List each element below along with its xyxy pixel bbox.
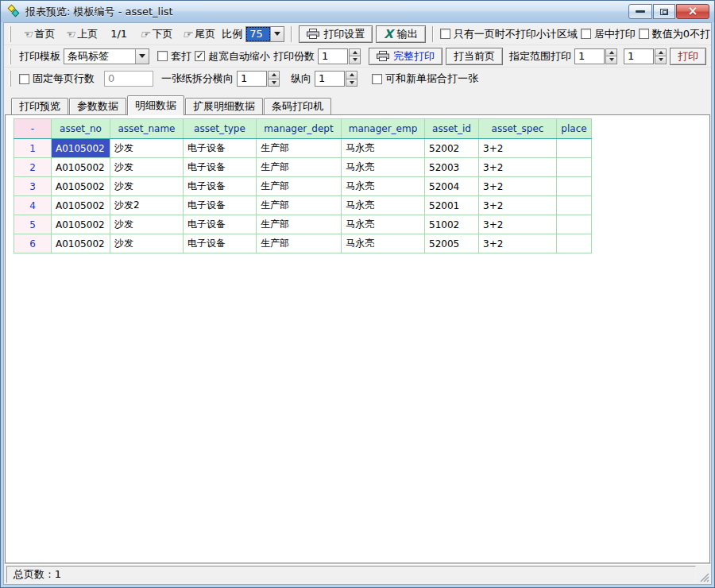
column-header-asset-type[interactable]: asset_type xyxy=(184,119,257,139)
grid-cell[interactable]: 马永亮 xyxy=(342,234,425,253)
split-vertical-value[interactable]: 1 xyxy=(315,71,345,87)
grid-cell[interactable]: 3+2 xyxy=(479,177,557,196)
grid-cell[interactable]: A0105002 xyxy=(52,215,110,234)
grid-cell[interactable]: 3+2 xyxy=(479,234,557,253)
tab-detail-data[interactable]: 明细数据 xyxy=(127,95,184,115)
checkbox-overlay-print[interactable]: 套打 xyxy=(157,49,191,64)
grid-cell[interactable]: A0105002 xyxy=(52,196,110,215)
row-number-cell[interactable]: 2 xyxy=(14,158,52,177)
scale-select[interactable]: 75 xyxy=(245,26,284,42)
grid-cell[interactable]: A0105002 xyxy=(52,177,110,196)
grid-cell[interactable]: 3+2 xyxy=(479,139,557,158)
grid-cell[interactable]: 3+2 xyxy=(479,215,557,234)
template-select[interactable]: 条码标签 xyxy=(64,48,149,64)
grid-cell[interactable]: 电子设备 xyxy=(184,139,257,158)
first-page-button[interactable]: 首页 xyxy=(19,25,59,44)
column-header-manager-emp[interactable]: manager_emp xyxy=(342,119,425,139)
next-page-button[interactable]: 下页 xyxy=(137,25,176,44)
copies-stepper[interactable]: 1 xyxy=(318,48,361,64)
grid-cell[interactable]: 沙发2 xyxy=(110,196,184,215)
toolbar-grip[interactable] xyxy=(9,26,11,42)
grid-cell[interactable]: 电子设备 xyxy=(184,196,257,215)
grid-cell[interactable]: 生产部 xyxy=(257,196,342,215)
tab-barcode-printer[interactable]: 条码打印机 xyxy=(264,98,331,114)
checkbox-box[interactable] xyxy=(19,74,29,84)
grid-cell[interactable] xyxy=(557,234,592,253)
spin-down-icon[interactable] xyxy=(655,56,667,64)
column-header-asset-spec[interactable]: asset_spec xyxy=(479,119,557,139)
spin-up-icon[interactable] xyxy=(346,71,358,79)
grid-cell[interactable] xyxy=(557,196,592,215)
grid-cell-selected[interactable]: A0105002 xyxy=(52,139,110,158)
export-button[interactable]: X 输出 xyxy=(376,25,426,43)
grid-cell[interactable] xyxy=(557,158,592,177)
grid-cell[interactable]: 马永亮 xyxy=(342,215,425,234)
spin-up-icon[interactable] xyxy=(605,48,617,57)
grid-cell[interactable]: 52001 xyxy=(425,196,479,215)
grid-cell[interactable]: 生产部 xyxy=(257,177,342,196)
grid-cell[interactable]: A0105002 xyxy=(52,158,110,177)
checkbox-box[interactable] xyxy=(639,29,649,39)
column-header-asset-name[interactable]: asset_name xyxy=(110,119,184,139)
column-header-manager-dept[interactable]: manager_dept xyxy=(257,119,342,139)
grid-cell[interactable]: 马永亮 xyxy=(342,196,425,215)
grid-cell[interactable]: 51002 xyxy=(425,215,479,234)
spin-down-icon[interactable] xyxy=(605,56,617,64)
full-print-button[interactable]: 完整打印 xyxy=(369,48,443,65)
checkbox-box[interactable] xyxy=(440,29,450,39)
print-button[interactable]: 打印 xyxy=(670,48,706,65)
checkbox-fixed-rows[interactable]: 固定每页行数 xyxy=(19,72,95,86)
checkbox-auto-shrink[interactable]: ✓ 超宽自动缩小 xyxy=(195,49,270,64)
prev-page-button[interactable]: 上页 xyxy=(62,25,102,44)
grid-cell[interactable]: A0105002 xyxy=(52,234,110,253)
table-row[interactable]: 3 A0105002 沙发 电子设备 生产部 马永亮 52004 3+2 xyxy=(14,177,592,196)
spin-down-icon[interactable] xyxy=(349,56,361,64)
toolbar-grip[interactable] xyxy=(9,71,11,87)
close-button[interactable] xyxy=(676,4,709,19)
grid-cell[interactable]: 沙发 xyxy=(110,234,184,253)
grid-cell[interactable]: 52002 xyxy=(425,139,479,158)
range-from-value[interactable]: 1 xyxy=(574,48,605,64)
grid-cell[interactable]: 52005 xyxy=(425,234,479,253)
grid-cell[interactable]: 电子设备 xyxy=(184,158,257,177)
title-bar[interactable]: 报表预览: 模板编号 - asset_list xyxy=(1,1,714,22)
row-number-cell[interactable]: 5 xyxy=(14,215,52,234)
grid-cell[interactable]: 52004 xyxy=(425,177,479,196)
spin-up-icon[interactable] xyxy=(655,48,667,57)
grid-cell[interactable]: 电子设备 xyxy=(184,177,257,196)
grid-cell[interactable] xyxy=(557,139,592,158)
checkbox-box[interactable] xyxy=(372,74,382,84)
last-page-button[interactable]: 尾页 xyxy=(180,25,219,44)
grid-cell[interactable]: 沙发 xyxy=(110,177,184,196)
table-row[interactable]: 2 A0105002 沙发 电子设备 生产部 马永亮 52003 3+2 xyxy=(14,158,592,177)
print-current-page-button[interactable]: 打当前页 xyxy=(446,48,503,65)
grid-cell[interactable]: 马永亮 xyxy=(342,139,425,158)
grid-cell[interactable]: 3+2 xyxy=(479,158,557,177)
split-horizontal-stepper[interactable]: 1 xyxy=(237,71,280,87)
row-number-cell[interactable]: 3 xyxy=(14,177,52,196)
grid-corner-header[interactable]: - xyxy=(14,119,52,139)
grid-cell[interactable]: 沙发 xyxy=(110,139,184,158)
row-number-cell[interactable]: 6 xyxy=(14,234,52,253)
chevron-down-icon[interactable] xyxy=(270,27,284,41)
split-vertical-stepper[interactable]: 1 xyxy=(315,71,358,87)
table-row[interactable]: 5 A0105002 沙发 电子设备 生产部 马永亮 51002 3+2 xyxy=(14,215,592,234)
row-number-cell[interactable]: 1 xyxy=(14,139,52,158)
minimize-button[interactable] xyxy=(628,4,652,19)
checkbox-box[interactable] xyxy=(157,51,168,61)
grid-cell[interactable]: 生产部 xyxy=(257,215,342,234)
spin-down-icon[interactable] xyxy=(268,79,280,87)
tab-print-preview[interactable]: 打印预览 xyxy=(11,98,68,114)
grid-cell[interactable]: 生产部 xyxy=(257,139,342,158)
grid-cell[interactable]: 52003 xyxy=(425,158,479,177)
column-header-place[interactable]: place xyxy=(557,119,592,139)
checkbox-box[interactable]: ✓ xyxy=(195,51,205,61)
spin-up-icon[interactable] xyxy=(349,48,361,57)
column-header-asset-id[interactable]: asset_id xyxy=(425,119,479,139)
tab-parameter-data[interactable]: 参数数据 xyxy=(69,98,126,114)
chevron-down-icon[interactable] xyxy=(135,49,149,64)
tab-extended-detail-data[interactable]: 扩展明细数据 xyxy=(185,98,263,114)
checkbox-no-subtotal-one-page[interactable]: 只有一页时不打印小计区域 xyxy=(440,27,578,41)
grid-cell[interactable]: 电子设备 xyxy=(184,234,257,253)
grid-cell[interactable]: 马永亮 xyxy=(342,177,425,196)
